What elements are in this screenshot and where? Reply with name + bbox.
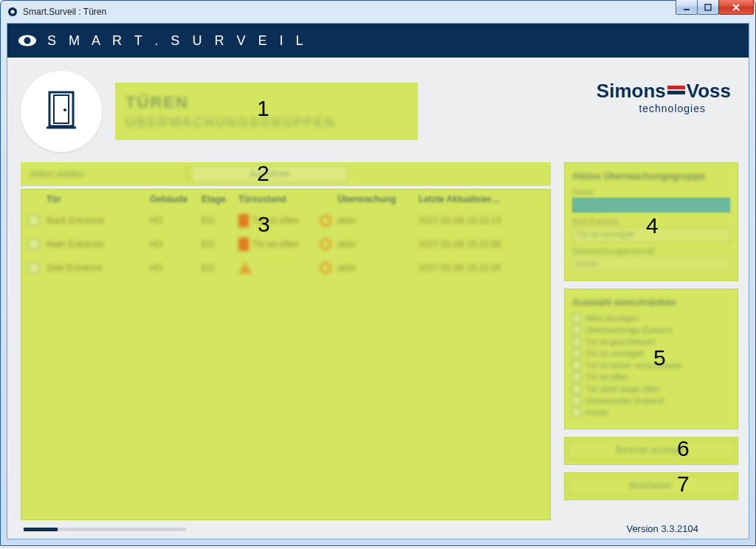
col-building[interactable]: Gebäude bbox=[150, 194, 202, 204]
version-label: Version 3.3.2104 bbox=[626, 523, 735, 534]
window-title: Smart.Surveil : Türen bbox=[23, 7, 106, 17]
door-state-icon bbox=[238, 238, 249, 251]
cell-building: HG bbox=[150, 215, 202, 226]
action-bar: Aktion wählen Ausführen 2 bbox=[21, 162, 551, 186]
group-name-label: Name bbox=[572, 187, 730, 196]
svg-point-8 bbox=[63, 108, 66, 111]
filter-option[interactable]: Unbekannter Zustand bbox=[572, 396, 730, 405]
group-interval-value: immer bbox=[572, 257, 730, 272]
action-select[interactable]: Aktion wählen bbox=[25, 166, 188, 182]
app-viewport: S M A R T . S U R V E I L bbox=[7, 23, 749, 539]
svg-rect-2 bbox=[684, 9, 690, 10]
callout-5: 5 bbox=[653, 345, 666, 370]
row-checkbox[interactable] bbox=[29, 263, 39, 273]
table-row[interactable]: Side Entrance HG EG aktiv 2017-01-08 15:… bbox=[21, 256, 550, 280]
checkbox-icon[interactable] bbox=[572, 373, 581, 381]
filter-panel-title: Auswahl einschränken bbox=[572, 297, 730, 308]
cell-updated: 2017-01-08 15:22:13 bbox=[419, 215, 544, 226]
callout-6: 6 bbox=[677, 436, 690, 461]
checkbox-icon[interactable] bbox=[572, 325, 581, 334]
svg-rect-11 bbox=[667, 91, 685, 94]
logo-subtitle: technologies bbox=[597, 103, 706, 114]
cell-name: Main Entrance bbox=[47, 239, 150, 249]
svg-rect-10 bbox=[667, 86, 685, 89]
col-monitor[interactable]: Überwachung bbox=[337, 194, 419, 204]
col-updated[interactable]: Letzte Aktualisier… bbox=[419, 194, 544, 204]
callout-1: 1 bbox=[257, 96, 269, 121]
callout-2: 2 bbox=[257, 161, 269, 186]
app-title: S M A R T . S U R V E I L bbox=[47, 33, 307, 49]
close-button[interactable] bbox=[718, 0, 754, 15]
row-checkbox[interactable] bbox=[29, 215, 39, 226]
show-reports-button[interactable]: Berichte anzeigen bbox=[568, 441, 735, 460]
checkbox-icon[interactable] bbox=[572, 349, 581, 358]
table-header: Tür Gebäude Etage Türzustand Überwachung… bbox=[21, 190, 550, 209]
filter-panel: 5 Auswahl einschränken Alles anzeigen Üb… bbox=[564, 289, 738, 429]
svg-point-5 bbox=[24, 37, 30, 44]
checkbox-icon[interactable] bbox=[572, 408, 581, 417]
filter-option[interactable]: Tür ist verriegelt bbox=[572, 349, 730, 358]
cell-name: Back Entrance bbox=[47, 215, 150, 226]
row-checkbox[interactable] bbox=[29, 239, 39, 249]
checkbox-icon[interactable] bbox=[572, 396, 581, 405]
app-icon bbox=[7, 6, 18, 18]
cell-floor: EG bbox=[202, 215, 238, 226]
monitor-status-icon bbox=[320, 238, 331, 250]
section-nav: TÜREN ÜBERWACHUNGSGRUPPEN 1 bbox=[115, 83, 418, 140]
minimize-button[interactable] bbox=[676, 0, 698, 15]
logo-bars-icon bbox=[667, 81, 685, 104]
filter-option[interactable]: Alles anzeigen bbox=[572, 314, 730, 322]
logo-text-right: Voss bbox=[687, 80, 731, 102]
logo-text-left: Simons bbox=[597, 80, 666, 102]
window-titlebar[interactable]: Smart.Surveil : Türen bbox=[1, 1, 755, 23]
reports-button-wrap: 6 Berichte anzeigen bbox=[564, 437, 738, 465]
cell-updated: 2017-01-08 15:22:26 bbox=[419, 263, 544, 273]
section-icon-circle bbox=[21, 71, 102, 152]
callout-3: 3 bbox=[258, 212, 270, 237]
filter-option[interactable]: Tür ist geschlossen bbox=[572, 337, 730, 346]
cell-building: HG bbox=[150, 239, 202, 249]
col-door[interactable]: Tür bbox=[47, 194, 150, 204]
monitor-status-icon bbox=[320, 262, 331, 274]
cell-monitor: aktiv bbox=[337, 215, 419, 226]
checkbox-icon[interactable] bbox=[572, 314, 581, 322]
filter-option[interactable]: Überwachungs-Zustand bbox=[572, 325, 730, 334]
app-header: S M A R T . S U R V E I L bbox=[7, 24, 749, 58]
svg-rect-3 bbox=[705, 4, 711, 10]
doors-table: 3 Tür Gebäude Etage Türzustand Überwachu… bbox=[21, 189, 551, 520]
group-interval-label: Überwachungsintervall bbox=[572, 246, 730, 255]
col-floor[interactable]: Etage bbox=[202, 194, 238, 204]
cell-monitor: aktiv bbox=[337, 263, 419, 273]
progress-bar bbox=[24, 528, 186, 531]
cell-name: Side Entrance bbox=[47, 263, 150, 273]
filter-option[interactable]: Tür ist offen bbox=[572, 373, 730, 381]
action-execute-button[interactable]: Ausführen bbox=[192, 166, 347, 182]
callout-4: 4 bbox=[646, 213, 659, 238]
checkbox-icon[interactable] bbox=[572, 361, 581, 370]
maximize-button[interactable] bbox=[697, 0, 719, 15]
cell-building: HG bbox=[150, 263, 202, 273]
checkbox-icon[interactable] bbox=[572, 384, 581, 393]
edit-button[interactable]: Bearbeiten bbox=[568, 476, 735, 495]
cell-state: Tür ist offen bbox=[252, 239, 298, 249]
group-name-select[interactable] bbox=[572, 198, 730, 213]
checkbox-icon[interactable] bbox=[572, 337, 581, 346]
eye-icon bbox=[18, 31, 37, 50]
door-icon bbox=[45, 89, 78, 134]
filter-option[interactable]: Tür ist sicher verschlossen bbox=[572, 361, 730, 370]
cell-updated: 2017-01-08 15:22:09 bbox=[419, 239, 544, 249]
svg-rect-7 bbox=[54, 95, 69, 123]
table-row[interactable]: Back Entrance HG EG Tür ist offen aktiv … bbox=[21, 209, 550, 232]
brand-logo: SimonsVoss technologies bbox=[597, 71, 738, 114]
progress-fill bbox=[24, 528, 58, 531]
cell-floor: EG bbox=[202, 239, 238, 249]
svg-rect-6 bbox=[49, 92, 73, 126]
edit-button-wrap: 7 Bearbeiten bbox=[564, 472, 738, 500]
filter-option[interactable]: Tür steht lange offen bbox=[572, 384, 730, 393]
col-state[interactable]: Türzustand bbox=[238, 194, 320, 204]
cell-floor: EG bbox=[202, 263, 238, 273]
monitor-status-icon bbox=[320, 215, 331, 227]
table-row[interactable]: Main Entrance HG EG Tür ist offen aktiv … bbox=[21, 232, 550, 256]
filter-option[interactable]: Fehler bbox=[572, 408, 730, 417]
callout-7: 7 bbox=[677, 472, 690, 497]
